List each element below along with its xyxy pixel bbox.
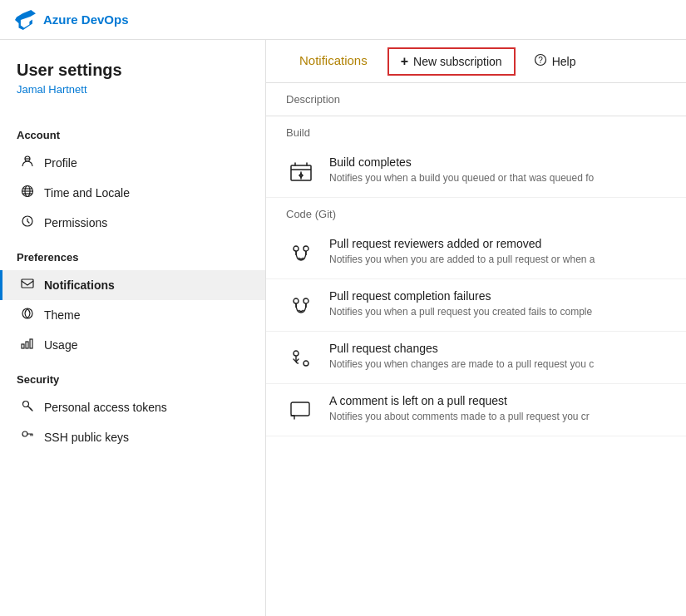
list-item[interactable]: Pull request changes Notifies you when c… — [266, 332, 686, 384]
new-subscription-label: New subscription — [413, 55, 502, 68]
svg-point-24 — [304, 246, 308, 251]
build-completes-desc: Notifies you when a build you queued or … — [329, 171, 666, 185]
pr-completion-failures-text: Pull request completion failures Notifie… — [329, 289, 666, 319]
sidebar-subtitle: Jamal Hartnett — [17, 83, 249, 96]
svg-point-13 — [23, 402, 29, 407]
sidebar-item-usage[interactable]: Usage — [0, 330, 265, 360]
notifications-icon — [19, 277, 36, 293]
azure-devops-icon — [13, 8, 37, 32]
topbar: Azure DevOps — [0, 0, 686, 40]
content-header: Notifications + New subscription ? Help — [266, 40, 686, 83]
pr-reviewers-desc: Notifies you when you are added to a pul… — [329, 253, 666, 267]
new-subscription-button[interactable]: + New subscription — [387, 47, 516, 76]
pr-completion-failures-icon — [286, 291, 316, 321]
pr-completion-failures-title: Pull request completion failures — [329, 289, 666, 303]
content-area: Notifications + New subscription ? Help … — [266, 40, 686, 616]
ssh-icon — [19, 429, 36, 446]
tab-notifications[interactable]: Notifications — [286, 40, 381, 82]
pr-reviewers-icon — [286, 239, 316, 269]
pr-changes-title: Pull request changes — [329, 342, 666, 355]
sidebar-item-ssh-public-keys-label: SSH public keys — [44, 431, 129, 444]
svg-point-15 — [22, 431, 27, 436]
svg-point-23 — [294, 246, 299, 251]
svg-rect-12 — [30, 339, 32, 348]
sidebar-item-notifications[interactable]: Notifications — [0, 270, 265, 300]
sidebar-item-profile-label: Profile — [44, 156, 77, 170]
pr-comment-icon — [286, 396, 316, 426]
personal-access-tokens-icon — [19, 399, 36, 416]
list-item[interactable]: A comment is left on a pull request Noti… — [266, 384, 686, 436]
svg-point-26 — [304, 298, 308, 303]
permissions-icon — [19, 214, 36, 231]
svg-rect-29 — [291, 402, 309, 416]
pr-changes-desc: Notifies you when changes are made to a … — [329, 357, 666, 372]
section-label-account: Account — [0, 116, 265, 148]
pr-reviewers-text: Pull request reviewers added or removed … — [329, 237, 666, 267]
sidebar-item-permissions-label: Permissions — [44, 216, 107, 229]
profile-icon — [19, 155, 36, 171]
group-label-build: Build — [266, 116, 686, 145]
sidebar-item-profile[interactable]: Profile — [0, 148, 265, 178]
logo-text: Azure DevOps — [43, 12, 129, 27]
pr-reviewers-title: Pull request reviewers added or removed — [329, 237, 666, 250]
table-header: Description — [266, 83, 686, 116]
sidebar-item-time-locale[interactable]: Time and Locale — [0, 178, 265, 208]
sidebar-item-usage-label: Usage — [44, 338, 77, 352]
svg-point-27 — [294, 351, 299, 356]
logo[interactable]: Azure DevOps — [13, 8, 129, 32]
svg-text:?: ? — [538, 56, 543, 65]
list-item[interactable]: Build completes Notifies you when a buil… — [266, 145, 686, 198]
svg-point-9 — [22, 308, 32, 318]
svg-point-28 — [304, 361, 308, 366]
sidebar-item-time-locale-label: Time and Locale — [44, 186, 130, 200]
group-label-code-git: Code (Git) — [266, 198, 686, 227]
pr-comment-title: A comment is left on a pull request — [329, 394, 666, 407]
svg-line-14 — [30, 408, 32, 410]
pr-changes-icon — [286, 343, 316, 373]
sidebar-item-theme-label: Theme — [44, 308, 81, 322]
build-completes-title: Build completes — [329, 155, 666, 169]
content-body: Description Build Build comp — [266, 83, 686, 616]
sidebar-item-notifications-label: Notifications — [44, 278, 115, 292]
sidebar: User settings Jamal Hartnett Account Pro… — [0, 40, 266, 616]
pr-completion-failures-desc: Notifies you when a pull request you cre… — [329, 305, 666, 319]
tab-notifications-label: Notifications — [299, 53, 368, 67]
list-item[interactable]: Pull request reviewers added or removed … — [266, 227, 686, 279]
globe-icon — [19, 185, 36, 201]
help-button[interactable]: ? Help — [522, 48, 588, 74]
pr-comment-desc: Notifies you about comments made to a pu… — [329, 410, 666, 424]
list-item[interactable]: Pull request completion failures Notifie… — [266, 279, 686, 332]
main-layout: User settings Jamal Hartnett Account Pro… — [0, 40, 686, 616]
sidebar-item-personal-access-tokens-label: Personal access tokens — [44, 401, 167, 414]
svg-rect-10 — [22, 344, 24, 348]
sidebar-item-personal-access-tokens[interactable]: Personal access tokens — [0, 392, 265, 422]
build-completes-text: Build completes Notifies you when a buil… — [329, 155, 666, 185]
build-completes-icon — [286, 157, 316, 187]
pr-comment-text: A comment is left on a pull request Noti… — [329, 394, 666, 424]
usage-icon — [19, 337, 36, 353]
sidebar-item-ssh-public-keys[interactable]: SSH public keys — [0, 422, 265, 452]
svg-point-25 — [294, 298, 299, 303]
svg-rect-8 — [22, 279, 33, 288]
pr-changes-text: Pull request changes Notifies you when c… — [329, 342, 666, 372]
plus-icon: + — [401, 54, 408, 69]
user-section: User settings Jamal Hartnett — [0, 60, 265, 116]
section-label-security: Security — [0, 360, 265, 392]
sidebar-item-permissions[interactable]: Permissions — [0, 208, 265, 238]
theme-icon — [19, 307, 36, 323]
sidebar-item-theme[interactable]: Theme — [0, 300, 265, 330]
help-circle-icon: ? — [534, 53, 547, 69]
section-label-preferences: Preferences — [0, 238, 265, 270]
svg-rect-11 — [26, 342, 28, 348]
sidebar-title: User settings — [17, 60, 249, 80]
help-label: Help — [552, 55, 576, 68]
